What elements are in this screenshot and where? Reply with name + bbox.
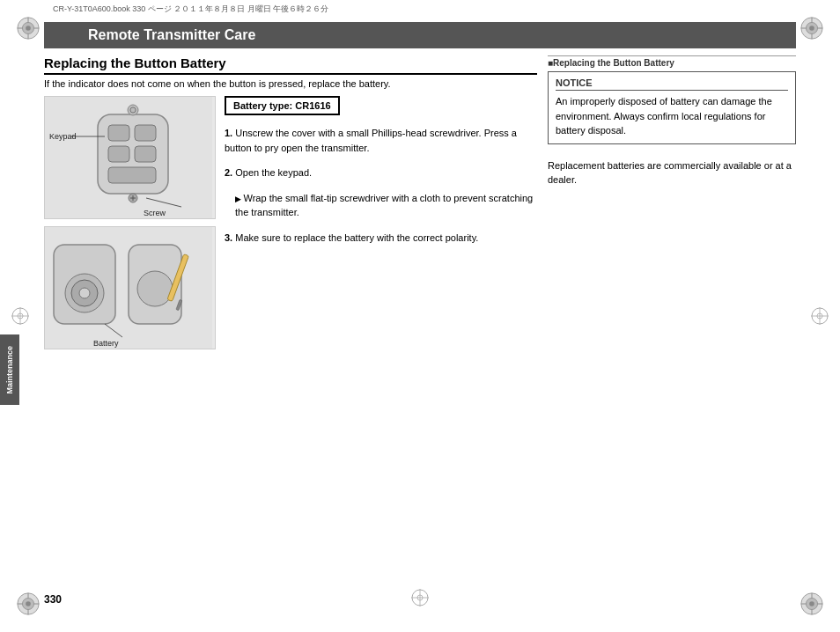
step-2-sub: Wrap the small flat-tip screwdriver with… bbox=[225, 191, 537, 220]
step-2: 2. Open the keypad. bbox=[225, 165, 537, 180]
section-title: Replacing the Button Battery bbox=[44, 55, 537, 75]
svg-point-33 bbox=[128, 105, 138, 115]
page-number: 330 bbox=[44, 593, 62, 606]
step-3-text: Make sure to replace the battery with th… bbox=[235, 232, 478, 243]
step-2-text: Open the keypad. bbox=[235, 167, 312, 178]
left-column: Replacing the Button Battery If the indi… bbox=[44, 55, 537, 632]
corner-ornament-tr bbox=[799, 16, 824, 40]
main-content: Replacing the Button Battery If the indi… bbox=[0, 55, 840, 632]
side-cross-left bbox=[11, 306, 30, 326]
corner-ornament-tl bbox=[16, 16, 41, 40]
side-cross-right bbox=[810, 306, 829, 326]
svg-point-43 bbox=[79, 288, 90, 298]
svg-text:Battery: Battery bbox=[93, 339, 119, 348]
battery-type-box: Battery type: CR1616 bbox=[225, 96, 340, 115]
svg-rect-29 bbox=[108, 167, 156, 183]
header-bar: Remote Transmitter Care bbox=[44, 22, 796, 48]
step-3: 3. Make sure to replace the battery with… bbox=[225, 231, 537, 246]
svg-text:Screw: Screw bbox=[144, 209, 166, 217]
keyfob-svg-bottom: Battery bbox=[45, 227, 212, 349]
svg-rect-28 bbox=[135, 146, 156, 162]
corner-ornament-br bbox=[799, 592, 824, 616]
svg-rect-25 bbox=[108, 125, 129, 141]
header-title: Remote Transmitter Care bbox=[88, 27, 255, 42]
instructions-area: Keypad Screw bbox=[44, 96, 537, 349]
notice-extra-text: Replacement batteries are commercially a… bbox=[548, 158, 796, 187]
keyfob-image-bottom: Battery bbox=[44, 226, 216, 349]
step-1-text: Unscrew the cover with a small Phillips-… bbox=[225, 128, 517, 153]
svg-text:Keypad: Keypad bbox=[49, 132, 77, 141]
right-column: ■Replacing the Button Battery NOTICE An … bbox=[548, 55, 796, 632]
step-1: 1. Unscrew the cover with a small Philli… bbox=[225, 126, 537, 155]
steps-column: Battery type: CR1616 1. Unscrew the cove… bbox=[225, 96, 537, 349]
intro-text: If the indicator does not come on when t… bbox=[44, 78, 537, 89]
side-tab: Maintenance bbox=[0, 334, 19, 405]
svg-rect-27 bbox=[108, 146, 129, 162]
top-metadata: CR-Y-31T0A600.book 330 ページ ２０１１年８月８日 月曜日… bbox=[0, 0, 840, 18]
svg-rect-26 bbox=[135, 125, 156, 141]
keyfob-image-top: Keypad Screw bbox=[44, 96, 216, 219]
bottom-cross bbox=[410, 588, 430, 607]
image-column: Keypad Screw bbox=[44, 96, 216, 349]
notice-label: NOTICE bbox=[556, 77, 788, 91]
side-tab-label: Maintenance bbox=[5, 346, 14, 394]
svg-point-45 bbox=[137, 271, 173, 306]
page: Maintenance bbox=[0, 0, 840, 632]
notice-box: NOTICE An improperly disposed of battery… bbox=[548, 71, 796, 144]
keyfob-svg-top: Keypad Screw bbox=[45, 97, 212, 218]
ref-title: ■Replacing the Button Battery bbox=[548, 55, 796, 68]
corner-ornament-bl bbox=[16, 592, 41, 616]
notice-text: An improperly disposed of battery can da… bbox=[556, 94, 788, 138]
